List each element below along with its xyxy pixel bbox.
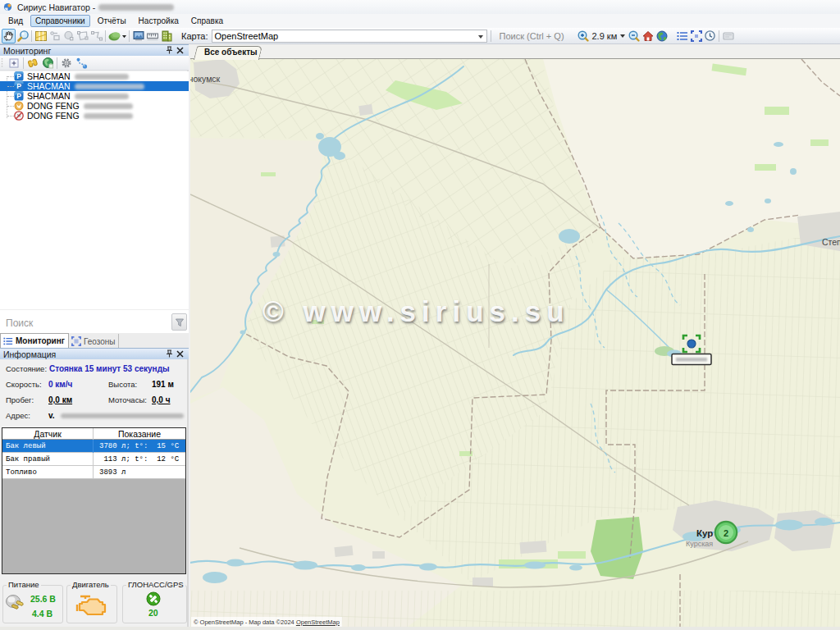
list-view-button[interactable] [675, 29, 689, 43]
vehicle-row-selected[interactable]: P SHACMAN [0, 81, 189, 91]
monitoring-globe-button[interactable] [40, 57, 55, 70]
tab-geozones[interactable]: Геозоны [69, 334, 120, 349]
zoom-in-icon [577, 30, 590, 43]
home-button[interactable] [641, 29, 655, 43]
find-button[interactable] [25, 57, 40, 70]
app-icon [3, 2, 12, 11]
map-label-town-s: Кур [696, 528, 713, 538]
sensor-row[interactable]: Топливо 3893 л [2, 466, 185, 479]
disabled-tool-button [721, 29, 735, 43]
map-provider-select[interactable]: OpenStreetMap [212, 30, 487, 43]
sensor-row-selected[interactable]: Бак левый 3780 л; t°: 15 °C [2, 440, 185, 453]
menu-nastroika[interactable]: Настройка [134, 15, 184, 27]
mileage-value: 0,0 км [48, 395, 72, 404]
close-icon[interactable] [175, 349, 185, 359]
vehicle-row[interactable]: P SHACMAN [0, 91, 189, 101]
ruler-button[interactable] [145, 29, 159, 43]
tree-search-input[interactable]: Поиск [6, 317, 33, 329]
map-area: Все объекты [190, 44, 840, 630]
fit-map-button[interactable] [689, 29, 703, 43]
zoom-scale-value[interactable]: 2.9 км [591, 31, 619, 41]
sensors-col2-header[interactable]: Показание [94, 428, 185, 440]
map-canvas[interactable]: чокумск Степн Кур Курская 2 [190, 59, 840, 630]
objects-button[interactable] [159, 29, 173, 43]
vehicle-plate-redacted [75, 74, 129, 80]
engine-label: Двигатель [71, 580, 111, 589]
satellite-icon [146, 591, 161, 606]
toolbar-search-placeholder: Поиск (Ctrl + Q) [500, 31, 564, 41]
toolbar-separator [31, 30, 32, 42]
parking-status-icon: P [14, 81, 24, 91]
tab-monitoring[interactable]: Мониторинг [0, 333, 69, 348]
home-icon [641, 30, 655, 43]
add-polyline-button[interactable] [89, 29, 103, 43]
menu-vid[interactable]: Вид [3, 15, 28, 27]
vehicle-tree: P SHACMAN P SHACMAN P SHACMAN DONG FENG … [0, 71, 189, 309]
menu-otchety[interactable]: Отчёты [93, 15, 131, 27]
zoom-out-button[interactable] [627, 29, 641, 43]
gps-satellite-count: 20 [148, 608, 158, 618]
title-bar[interactable]: Сириус Навигатор - [0, 0, 840, 14]
history-button[interactable] [703, 29, 717, 43]
zoom-in-button[interactable] [577, 29, 591, 43]
menu-spravochniki[interactable]: Справочники [30, 15, 90, 27]
monitoring-panel-title: Мониторинг [3, 46, 51, 56]
ellipse-tool-icon [62, 30, 75, 43]
toolbar-separator [23, 57, 24, 69]
layers-button[interactable] [107, 29, 127, 43]
screenshot-button[interactable] [131, 29, 145, 43]
map-icon [34, 30, 48, 43]
add-ellipse-button[interactable] [62, 29, 75, 43]
power-voltage-backup: 4.4 В [32, 609, 52, 619]
globe-button[interactable] [655, 29, 669, 43]
pan-tool-button[interactable] [2, 29, 16, 43]
sensors-col1-header[interactable]: Датчик [2, 428, 94, 440]
state-label: Состояние: [6, 364, 47, 373]
close-icon[interactable] [175, 46, 185, 56]
add-polygon-button[interactable] [75, 29, 89, 43]
monitoring-panel-header: Мониторинг [0, 44, 189, 56]
settings-button[interactable] [59, 57, 74, 70]
vehicle-row[interactable]: DONG FENG [0, 101, 189, 111]
sensor-value: 3893 л [94, 468, 185, 477]
filter-button[interactable] [171, 313, 187, 331]
fit-bounds-icon [691, 30, 702, 42]
building-icon [160, 30, 173, 43]
left-dock-panel: Мониторинг P SHACMAN P SHACMAN P SHACMAN… [0, 44, 189, 630]
gps-groupbox: ГЛОНАСС/GPS 20 [122, 585, 187, 623]
polygon-tool-icon [76, 30, 89, 43]
layer-blob-icon [107, 30, 127, 43]
magnifier-icon [16, 30, 30, 43]
vehicle-row[interactable]: P SHACMAN [0, 71, 189, 81]
zoom-scale-dropdown-icon[interactable] [620, 34, 625, 38]
toolbar-search-input[interactable]: Поиск (Ctrl + Q) [495, 30, 577, 43]
attribution-link[interactable]: OpenStreetMap [296, 619, 340, 626]
address-value: v. [48, 411, 55, 420]
sensor-name: Бак правый [2, 453, 94, 466]
vehicle-dot [687, 340, 696, 348]
cluster-marker[interactable]: 2 [715, 522, 737, 543]
route-button[interactable] [74, 57, 89, 70]
vehicle-label-redacted [676, 358, 707, 362]
mileage-label: Пробег: [6, 395, 34, 404]
svg-text:P: P [16, 92, 21, 100]
attribution-text: © OpenStreetMap - Map data ©2024 [194, 619, 296, 626]
zoom-out-icon [628, 30, 641, 43]
vehicle-row[interactable]: DONG FENG [0, 111, 189, 121]
menu-spravka[interactable]: Справка [186, 15, 228, 27]
map-select-label: Карта: [181, 31, 208, 41]
toolbar-grip [0, 57, 5, 70]
expand-all-button[interactable] [7, 57, 21, 70]
hand-icon [2, 30, 15, 42]
sensor-row[interactable]: Бак правый 113 л; t°: 12 °C [2, 453, 185, 466]
tree-branch-stub [7, 106, 14, 107]
parking-status-icon: P [14, 71, 24, 81]
state-value: Стоянка 15 минут 53 секунды [49, 364, 170, 373]
pin-icon[interactable] [164, 46, 175, 56]
speed-label: Скорость: [6, 380, 42, 389]
window-bottom-border [0, 627, 840, 630]
add-node-button[interactable] [48, 29, 62, 43]
pin-icon[interactable] [164, 349, 175, 359]
zoom-tool-button[interactable] [16, 29, 30, 43]
edit-map-button[interactable] [34, 29, 48, 43]
